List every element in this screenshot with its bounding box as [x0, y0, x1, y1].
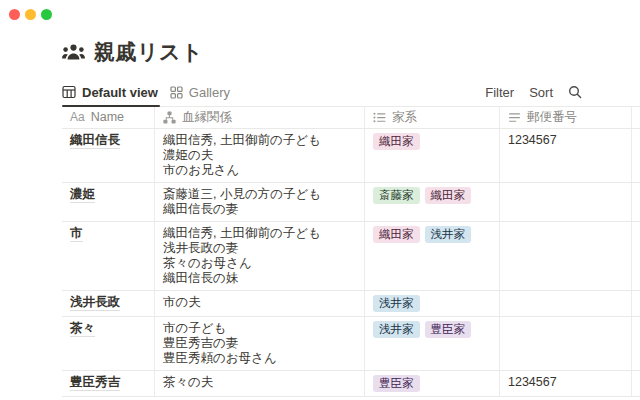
- name-cell[interactable]: 豊臣秀吉: [62, 371, 155, 396]
- name-cell[interactable]: 茶々: [62, 317, 155, 370]
- page-link[interactable]: 織田信長: [70, 133, 120, 149]
- family-tag[interactable]: 浅井家: [373, 321, 420, 338]
- relation-cell[interactable]: 市の夫: [155, 291, 365, 316]
- relation-cell[interactable]: 織田信秀, 土田御前の子ども 濃姫の夫 市のお兄さん: [155, 129, 365, 182]
- page-link[interactable]: 市: [70, 226, 83, 242]
- family-tag[interactable]: 織田家: [373, 226, 420, 243]
- people-icon: [62, 43, 85, 62]
- search-icon: [568, 85, 582, 99]
- title-property-icon: Aa: [70, 110, 85, 125]
- column-header-label: 血縁関係: [182, 110, 232, 125]
- postal-cell[interactable]: [500, 183, 632, 221]
- filter-button[interactable]: Filter: [485, 85, 514, 100]
- name-cell[interactable]: 織田信長: [62, 129, 155, 182]
- family-cell[interactable]: 豊臣家: [365, 371, 500, 396]
- spacer-cell: [632, 129, 640, 182]
- table-view-icon: [62, 85, 76, 99]
- family-tag[interactable]: 浅井家: [425, 226, 472, 243]
- spacer-cell: [632, 222, 640, 290]
- family-cell[interactable]: 浅井家 豊臣家: [365, 317, 500, 370]
- tab-default-view[interactable]: Default view: [62, 78, 166, 106]
- spacer-cell: [632, 183, 640, 221]
- name-cell[interactable]: 濃姫: [62, 183, 155, 221]
- page-link[interactable]: 茶々: [70, 321, 95, 337]
- text-property-icon: [508, 111, 521, 124]
- zoom-window-button[interactable]: [41, 9, 52, 20]
- column-header-postal[interactable]: 郵便番号: [500, 107, 632, 128]
- relation-icon: [163, 111, 176, 124]
- spacer-cell: [632, 317, 640, 370]
- page-link[interactable]: 浅井長政: [70, 295, 120, 311]
- table-header-row: Aa Name 血縁関係 家系: [62, 107, 640, 129]
- spacer-cell: [632, 291, 640, 316]
- page-link[interactable]: 濃姫: [70, 187, 95, 203]
- minimize-window-button[interactable]: [25, 9, 36, 20]
- close-window-button[interactable]: [9, 9, 20, 20]
- family-tag[interactable]: 豊臣家: [425, 321, 472, 338]
- table-row: 茶々 市の子ども 豊臣秀吉の妻 豊臣秀頼のお母さん 浅井家 豊臣家: [62, 317, 640, 371]
- sort-button[interactable]: Sort: [529, 85, 553, 100]
- relation-cell[interactable]: 茶々の夫: [155, 371, 365, 396]
- tab-label: Gallery: [189, 85, 230, 100]
- family-cell[interactable]: 織田家: [365, 129, 500, 182]
- relation-cell[interactable]: 織田信秀, 土田御前の子ども 浅井長政の妻 茶々のお母さん 織田信長の妹: [155, 222, 365, 290]
- table-row: 濃姫 斎藤道三, 小見の方の子ども 織田信長の妻 斎藤家 織田家: [62, 183, 640, 222]
- tab-gallery[interactable]: Gallery: [170, 78, 238, 106]
- column-header-relation[interactable]: 血縁関係: [155, 107, 365, 128]
- column-header-name[interactable]: Aa Name: [62, 107, 155, 128]
- page-link[interactable]: 豊臣秀吉: [70, 375, 120, 391]
- table-row: 豊臣秀吉 茶々の夫 豊臣家 1234567: [62, 371, 640, 397]
- family-tag[interactable]: 織田家: [425, 187, 472, 204]
- column-header-label: Name: [91, 110, 124, 125]
- family-cell[interactable]: 織田家 浅井家: [365, 222, 500, 290]
- family-tag[interactable]: 斎藤家: [373, 187, 420, 204]
- name-cell[interactable]: 浅井長政: [62, 291, 155, 316]
- window-controls: [9, 9, 52, 20]
- page-header: 親戚リスト: [62, 38, 203, 66]
- name-cell[interactable]: 市: [62, 222, 155, 290]
- family-tag[interactable]: 浅井家: [373, 295, 420, 312]
- postal-cell[interactable]: [500, 222, 632, 290]
- column-header-family[interactable]: 家系: [365, 107, 500, 128]
- tab-label: Default view: [82, 85, 158, 100]
- table-row: 織田信長 織田信秀, 土田御前の子ども 濃姫の夫 市のお兄さん 織田家 1234…: [62, 129, 640, 183]
- page-title: 親戚リスト: [94, 38, 203, 66]
- family-tag[interactable]: 織田家: [373, 133, 420, 150]
- family-cell[interactable]: 浅井家: [365, 291, 500, 316]
- relation-cell[interactable]: 斎藤道三, 小見の方の子ども 織田信長の妻: [155, 183, 365, 221]
- table-row: 市 織田信秀, 土田御前の子ども 浅井長政の妻 茶々のお母さん 織田信長の妹 織…: [62, 222, 640, 291]
- postal-cell[interactable]: [500, 291, 632, 316]
- family-cell[interactable]: 斎藤家 織田家: [365, 183, 500, 221]
- spacer-cell: [632, 371, 640, 396]
- postal-cell[interactable]: [500, 317, 632, 370]
- column-header-spacer: [632, 107, 640, 128]
- family-tag[interactable]: 豊臣家: [373, 375, 420, 392]
- postal-cell[interactable]: 1234567: [500, 371, 632, 396]
- column-header-label: 家系: [392, 110, 417, 125]
- table-row: 浅井長政 市の夫 浅井家: [62, 291, 640, 317]
- search-button[interactable]: [568, 85, 582, 99]
- relation-cell[interactable]: 市の子ども 豊臣秀吉の妻 豊臣秀頼のお母さん: [155, 317, 365, 370]
- column-header-label: 郵便番号: [527, 110, 577, 125]
- gallery-view-icon: [170, 86, 183, 99]
- view-toolbar: Filter Sort: [485, 78, 582, 106]
- postal-cell[interactable]: 1234567: [500, 129, 632, 182]
- multi-select-icon: [373, 111, 386, 124]
- database-table: Aa Name 血縁関係 家系: [62, 107, 640, 397]
